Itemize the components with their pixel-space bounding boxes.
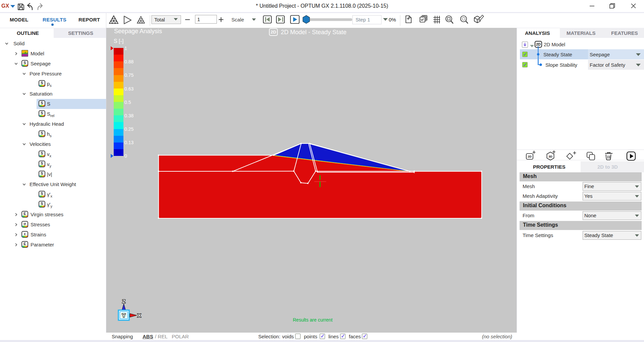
svg-text:Scale: Scale: [231, 17, 244, 22]
svg-text:Total: Total: [154, 17, 165, 22]
svg-text:0%: 0%: [389, 17, 396, 22]
svg-text:3D: 3D: [548, 155, 552, 158]
svg-text:Step 1: Step 1: [356, 17, 370, 22]
svg-text:X: X: [138, 312, 141, 318]
svg-text:Z: Z: [122, 298, 125, 304]
svg-text:GX: GX: [1, 3, 9, 9]
svg-text:1: 1: [197, 16, 200, 22]
svg-text:Y: Y: [122, 312, 125, 318]
svg-text:2D: 2D: [528, 155, 532, 158]
